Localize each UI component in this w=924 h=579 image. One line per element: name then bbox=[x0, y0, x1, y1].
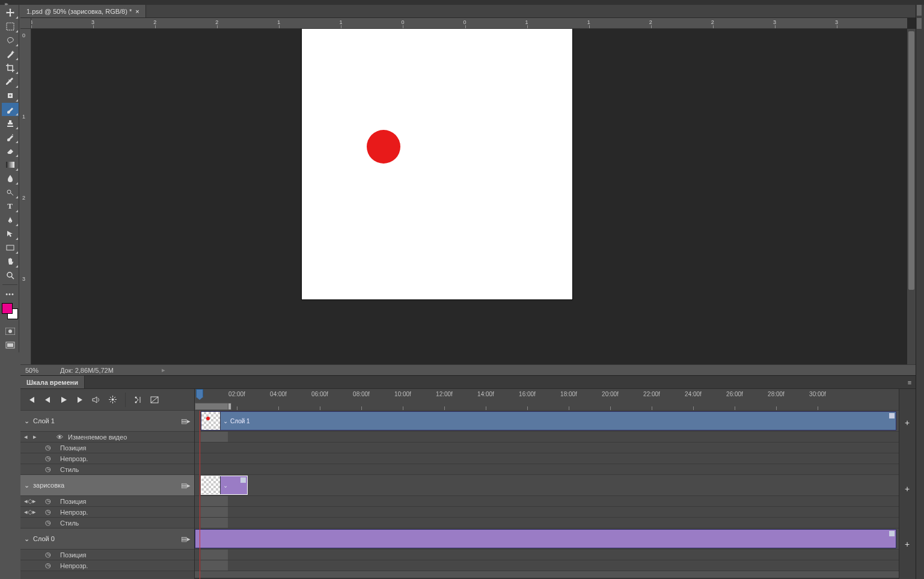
next-kf-icon[interactable]: ▸ bbox=[33, 433, 37, 441]
prop-position-3[interactable]: ◷Позиция bbox=[20, 550, 194, 560]
layer-header-1[interactable]: ⌄ Слой 1 ▤▸ bbox=[20, 411, 194, 432]
prop-position-2[interactable]: ◂◇▸ ◷Позиция bbox=[20, 496, 194, 507]
quickmask-toggle[interactable] bbox=[2, 325, 19, 338]
go-to-start-button[interactable] bbox=[25, 394, 37, 406]
prop-range[interactable] bbox=[201, 496, 228, 506]
filmstrip-icon[interactable]: ▤▸ bbox=[181, 417, 191, 425]
zoom-level[interactable]: 50% bbox=[25, 367, 38, 374]
canvas-v-scrollbar[interactable] bbox=[907, 29, 916, 364]
right-dock[interactable] bbox=[916, 5, 924, 579]
hand-tool[interactable] bbox=[2, 255, 19, 268]
eyedropper-tool[interactable] bbox=[2, 75, 19, 88]
add-kf-icon[interactable]: ◇ bbox=[28, 508, 32, 516]
dodge-tool[interactable] bbox=[2, 186, 19, 199]
doc-size[interactable]: Док: 2,86M/5,72M bbox=[60, 367, 114, 374]
prop-opacity-3[interactable]: ◷Непрозр. bbox=[20, 560, 194, 571]
wand-tool[interactable] bbox=[2, 47, 19, 61]
prop-range[interactable] bbox=[201, 550, 228, 560]
add-track-button[interactable]: + bbox=[902, 418, 912, 427]
add-track-button[interactable]: + bbox=[902, 539, 912, 549]
mute-button[interactable] bbox=[90, 394, 102, 406]
stopwatch-icon[interactable]: ◷ bbox=[44, 444, 52, 452]
color-swatches[interactable] bbox=[2, 303, 19, 322]
type-tool[interactable]: T bbox=[2, 200, 19, 213]
scrollbar-thumb[interactable] bbox=[908, 31, 914, 290]
split-button[interactable] bbox=[132, 394, 144, 406]
stopwatch-icon[interactable]: ◷ bbox=[44, 551, 52, 559]
prop-range[interactable] bbox=[201, 432, 228, 442]
heal-tool[interactable] bbox=[2, 89, 19, 102]
stamp-tool[interactable] bbox=[2, 117, 19, 130]
gradient-tool[interactable] bbox=[2, 158, 19, 171]
layer-header-2[interactable]: ⌄ зарисовка ▤▸ bbox=[20, 475, 194, 496]
fg-swatch[interactable] bbox=[2, 303, 13, 314]
marquee-tool[interactable] bbox=[2, 20, 19, 33]
close-tab-icon[interactable]: × bbox=[135, 8, 139, 15]
prop-style-2[interactable]: ◷Стиль bbox=[20, 518, 194, 528]
chevron-down-icon[interactable]: ⌄ bbox=[24, 535, 29, 543]
chevron-down-icon[interactable]: ⌄ bbox=[24, 417, 29, 425]
next-kf-icon[interactable]: ▸ bbox=[32, 508, 36, 516]
time-ruler[interactable]: 02:00f04:00f06:00f08:00f10:00f12:00f14:0… bbox=[195, 389, 899, 411]
canvas-viewport[interactable] bbox=[31, 29, 907, 364]
edit-toolbar[interactable]: ••• bbox=[2, 287, 19, 301]
chevron-down-icon[interactable]: ⌄ bbox=[223, 418, 228, 424]
status-chevron-icon[interactable]: ▸ bbox=[162, 366, 165, 374]
settings-button[interactable] bbox=[106, 394, 118, 406]
ruler-origin[interactable] bbox=[20, 18, 31, 29]
filmstrip-icon[interactable]: ▤▸ bbox=[181, 535, 191, 543]
eye-icon[interactable]: 👁 bbox=[57, 433, 63, 441]
prop-range[interactable] bbox=[201, 507, 228, 517]
track-layer-1[interactable]: ⌄ Слой 1 bbox=[195, 411, 899, 432]
prev-kf-icon[interactable]: ◂ bbox=[24, 433, 28, 441]
add-track-button[interactable]: + bbox=[902, 484, 912, 494]
chevron-down-icon[interactable]: ⌄ bbox=[24, 482, 29, 489]
blur-tool[interactable] bbox=[2, 172, 19, 185]
brush-tool[interactable] bbox=[2, 103, 19, 116]
add-kf-icon[interactable]: ◇ bbox=[28, 497, 32, 505]
layer-header-3[interactable]: ⌄ Слой 0 ▤▸ bbox=[20, 528, 194, 550]
track-layer-3[interactable] bbox=[195, 528, 899, 550]
clip-layer-1[interactable]: ⌄ Слой 1 bbox=[201, 411, 896, 430]
stopwatch-icon[interactable]: ◷ bbox=[44, 509, 52, 516]
lasso-tool[interactable] bbox=[2, 34, 19, 47]
clip-layer-2[interactable]: ⌄ bbox=[201, 476, 248, 495]
stopwatch-icon[interactable]: ◷ bbox=[44, 455, 52, 462]
document-tab[interactable]: 1.psd @ 50% (зарисовка, RGB/8) * × bbox=[20, 5, 146, 17]
work-area-handle[interactable] bbox=[228, 403, 231, 410]
play-button[interactable] bbox=[58, 394, 70, 406]
prev-frame-button[interactable] bbox=[41, 394, 54, 406]
history-brush-tool[interactable] bbox=[2, 130, 19, 144]
transition-button[interactable] bbox=[148, 394, 161, 406]
prop-opacity-1[interactable]: ◷Непрозр. bbox=[20, 453, 194, 464]
stopwatch-icon[interactable]: ◷ bbox=[44, 519, 52, 527]
path-select-tool[interactable] bbox=[2, 227, 19, 240]
tracks-area[interactable]: ⌄ Слой 1 ⌄ bbox=[195, 411, 899, 579]
crop-tool[interactable] bbox=[2, 61, 19, 75]
work-area-bar[interactable] bbox=[195, 403, 230, 410]
screenmode-toggle[interactable] bbox=[2, 339, 19, 352]
prop-range[interactable] bbox=[201, 560, 228, 571]
move-tool[interactable] bbox=[2, 6, 19, 19]
prop-position-1[interactable]: ◷Позиция bbox=[20, 443, 194, 453]
stopwatch-icon[interactable]: ◷ bbox=[44, 466, 52, 473]
stopwatch-icon[interactable]: ◷ bbox=[44, 562, 52, 569]
next-frame-button[interactable] bbox=[74, 394, 86, 406]
stopwatch-icon[interactable]: ◷ bbox=[44, 498, 52, 505]
timeline-tab[interactable]: Шкала времени bbox=[20, 376, 85, 388]
horizontal-ruler[interactable]: 33221100112233 bbox=[31, 18, 907, 29]
panel-menu-icon[interactable]: ≡ bbox=[904, 376, 916, 388]
playhead[interactable] bbox=[196, 389, 203, 397]
shape-tool[interactable] bbox=[2, 241, 19, 254]
eraser-tool[interactable] bbox=[2, 144, 19, 158]
prop-range[interactable] bbox=[201, 518, 228, 528]
filmstrip-icon[interactable]: ▤▸ bbox=[181, 482, 191, 489]
zoom-tool[interactable] bbox=[2, 269, 19, 282]
next-kf-icon[interactable]: ▸ bbox=[32, 497, 36, 505]
vertical-ruler[interactable]: 0123 bbox=[20, 29, 31, 364]
prop-style-1[interactable]: ◷Стиль bbox=[20, 464, 194, 475]
pen-tool[interactable] bbox=[2, 213, 19, 227]
clip-layer-3[interactable] bbox=[195, 529, 896, 548]
prop-transform-video[interactable]: ◂ ▸ 👁 Изменяемое видео bbox=[20, 432, 194, 443]
chevron-down-icon[interactable]: ⌄ bbox=[223, 482, 228, 489]
